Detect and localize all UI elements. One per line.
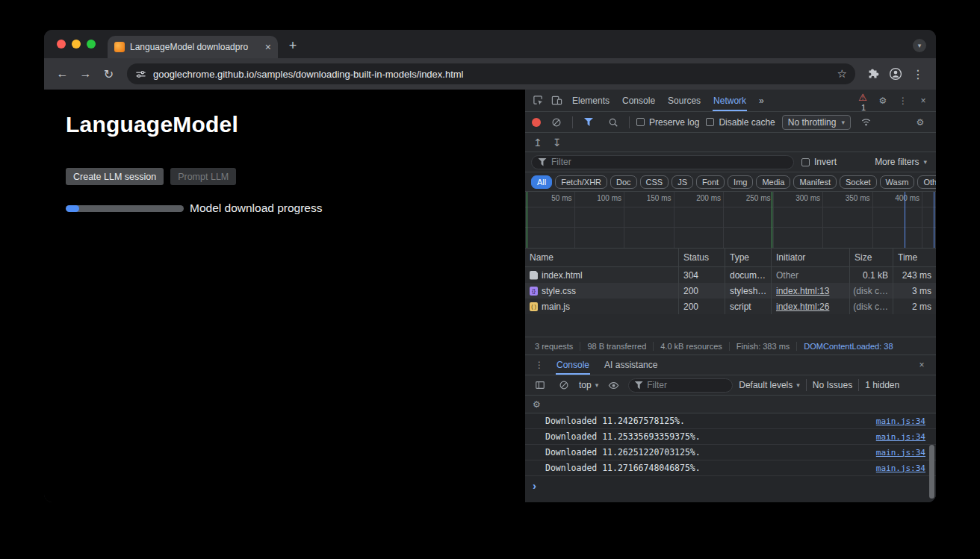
column-header-status[interactable]: Status [678,249,725,266]
forward-button[interactable]: → [75,63,96,85]
throttling-select[interactable]: No throttling▾ [782,115,851,130]
message-source-link[interactable]: main.js:34 [876,432,925,442]
filter-chip-css[interactable]: CSS [640,175,669,189]
network-request-row[interactable]: ( )main.js 200 script index.html:26 (dis… [525,299,936,314]
console-sidebar-icon[interactable] [531,376,549,394]
inspect-element-icon[interactable] [529,92,547,110]
filter-chip-font[interactable]: Font [696,175,725,189]
message-source-link[interactable]: main.js:34 [876,416,925,426]
clear-network-log-icon[interactable] [548,113,565,131]
devtools-tab-console[interactable]: Console [616,90,661,111]
initiator-link[interactable]: index.html:26 [776,302,829,312]
network-overview-timeline[interactable]: 50 ms 100 ms 150 ms 200 ms 250 ms 300 ms… [525,192,936,249]
preserve-log-checkbox[interactable]: Preserve log [636,117,699,128]
filter-chip-all[interactable]: All [531,175,552,189]
console-settings-icon[interactable]: ⚙ [533,399,541,410]
devtools-tab-network[interactable]: Network [707,90,752,111]
drawer-close-icon[interactable]: × [913,356,931,374]
message-source-link[interactable]: main.js:34 [876,463,925,473]
search-icon[interactable] [604,113,622,131]
filter-chip-js[interactable]: JS [672,175,693,189]
profile-avatar[interactable] [885,63,906,84]
hidden-messages-count[interactable]: 1 hidden [865,380,899,390]
network-request-row[interactable]: index.html 304 docum… Other 0.1 kB 243 m… [525,267,936,283]
devtools-menu-icon[interactable]: ⋮ [894,92,912,110]
export-har-icon[interactable]: ↧ [553,137,562,149]
tab-search-button[interactable]: ▾ [913,39,926,52]
devtools-tab-elements[interactable]: Elements [566,90,615,111]
network-filter-input-box[interactable] [531,155,794,169]
filter-chip-other[interactable]: Other [917,175,936,189]
device-toolbar-icon[interactable] [548,92,565,110]
filter-chip-media[interactable]: Media [756,175,790,189]
drawer-tab-ai-assistance[interactable]: AI assistance [598,355,664,375]
column-header-size[interactable]: Size [849,249,893,266]
prompt-llm-button[interactable]: Prompt LLM [170,168,236,185]
network-settings-icon[interactable]: ⚙ [911,113,929,131]
throttling-value: No throttling [788,117,837,128]
zoom-window-button[interactable] [87,40,96,49]
column-header-time[interactable]: Time [893,249,936,266]
create-llm-session-button[interactable]: Create LLM session [66,168,164,185]
console-context-select[interactable]: top▾ [579,380,598,390]
console-message[interactable]: Downloaded 11.27166748046875%. main.js:3… [525,460,936,476]
column-header-name[interactable]: Name [525,249,678,266]
reload-button[interactable]: ↻ [98,63,120,85]
message-text: Downloaded 11.26251220703125%. [545,447,876,457]
error-warning-indicator[interactable]: ⚠1 [854,92,872,110]
load-event-marker [905,192,905,248]
site-settings-icon[interactable] [135,69,146,80]
minimize-window-button[interactable] [72,40,81,49]
summary-transferred: 98 B transferred [580,342,654,351]
initiator-link[interactable]: index.html:13 [776,286,829,296]
import-har-icon[interactable]: ↥ [533,137,542,149]
filter-chip-fetchxhr[interactable]: Fetch/XHR [555,175,607,189]
column-header-initiator[interactable]: Initiator [771,249,849,266]
browser-menu-icon[interactable]: ⋮ [908,63,928,84]
more-tabs-icon[interactable]: » [753,90,770,111]
tab-close-icon[interactable]: × [265,42,271,52]
record-network-log-button[interactable] [532,118,541,127]
filter-chip-doc[interactable]: Doc [610,175,637,189]
devtools-tab-sources[interactable]: Sources [662,90,707,111]
invert-checkbox[interactable]: Invert [801,157,837,167]
network-request-row[interactable]: {}style.css 200 stylesh… index.html:13 (… [525,283,936,299]
console-filter-input[interactable] [647,380,727,390]
console-prompt[interactable]: › [525,476,936,494]
filter-chip-socket[interactable]: Socket [840,175,877,189]
extensions-icon[interactable] [863,63,884,84]
clear-console-icon[interactable] [555,376,573,394]
scrollbar-thumb[interactable] [929,445,934,499]
drawer-menu-icon[interactable]: ⋮ [530,356,548,374]
devtools-panel: Elements Console Sources Network » ⚠1 ⚙ … [525,90,936,502]
address-bar[interactable]: googlechrome.github.io/samples/downloadi… [127,63,855,84]
stylesheet-file-icon: {} [530,287,538,296]
new-tab-button[interactable]: + [282,35,303,56]
disable-cache-checkbox[interactable]: Disable cache [706,117,775,128]
browser-tab[interactable]: LanguageModel downloadpro × [108,36,278,58]
filter-toggle-icon[interactable] [580,113,598,131]
network-filter-input[interactable] [551,157,787,167]
message-source-link[interactable]: main.js:34 [876,448,925,457]
log-levels-select[interactable]: Default levels▾ [739,380,800,390]
console-message[interactable]: Downloaded 11.24267578125%. main.js:34 [525,413,936,429]
filter-chip-manifest[interactable]: Manifest [793,175,837,189]
column-header-type[interactable]: Type [725,249,771,266]
devtools-settings-icon[interactable]: ⚙ [874,92,892,110]
back-button[interactable]: ← [52,63,73,85]
bookmark-star-icon[interactable]: ☆ [837,67,847,81]
filter-chip-img[interactable]: Img [728,175,753,189]
drawer-tab-console[interactable]: Console [550,355,596,375]
network-conditions-icon[interactable] [858,113,875,131]
console-filter-input-box[interactable] [628,378,733,393]
more-filters-button[interactable]: More filters▾ [875,157,930,167]
console-message[interactable]: Downloaded 11.26251220703125%. main.js:3… [525,445,936,460]
console-message[interactable]: Downloaded 11.25335693359375%. main.js:3… [525,429,936,445]
document-file-icon [530,271,538,280]
devtools-tab-bar: Elements Console Sources Network » ⚠1 ⚙ … [525,90,936,112]
devtools-close-icon[interactable]: × [914,92,932,110]
close-window-button[interactable] [57,40,66,49]
issues-counter[interactable]: No Issues [813,380,852,390]
eye-icon[interactable] [604,376,622,394]
filter-chip-wasm[interactable]: Wasm [880,175,915,189]
